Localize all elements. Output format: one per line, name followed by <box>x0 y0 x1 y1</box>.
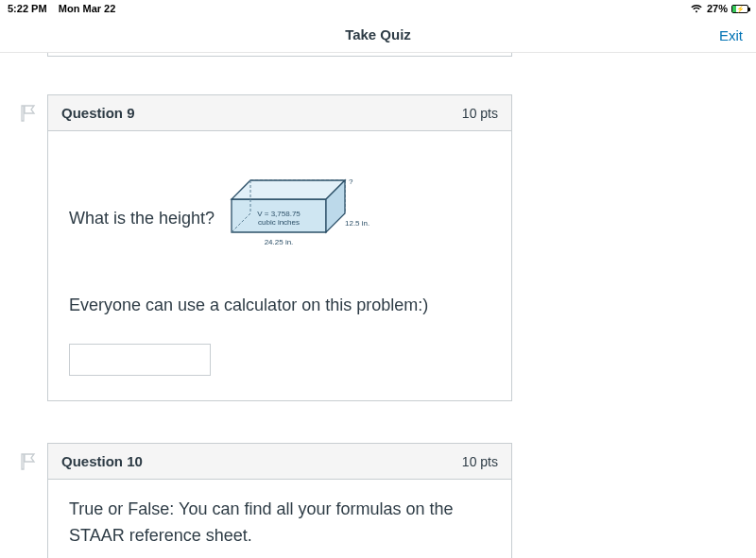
question-10-card: Question 10 10 pts True or False: You ca… <box>47 443 512 558</box>
question-10-header: Question 10 10 pts <box>48 444 511 480</box>
question-9-note: Everyone can use a calculator on this pr… <box>69 296 490 315</box>
prism-unknown-label: ? <box>349 178 353 186</box>
prism-volume-line2: cubic inches <box>258 218 300 227</box>
prism-length-label: 24.25 in. <box>265 238 294 246</box>
question-9-points: 10 pts <box>462 106 498 121</box>
battery-percent: 27% <box>707 3 728 14</box>
question-10-wrap: Question 10 10 pts True or False: You ca… <box>19 443 756 558</box>
prism-diagram: V = 3,758.75 cubic inches 24.25 in. 12.5… <box>222 171 373 265</box>
question-9-number: Question 9 <box>61 105 135 121</box>
question-9-header: Question 9 10 pts <box>48 95 511 131</box>
exit-link[interactable]: Exit <box>719 26 743 42</box>
quiz-page: Question 9 10 pts What is the height? <box>0 53 756 558</box>
page-title: Take Quiz <box>345 26 411 42</box>
question-10-body: True or False: You can find all your for… <box>48 480 511 558</box>
question-9-body: What is the height? <box>48 131 511 400</box>
question-9-answer-input[interactable] <box>69 344 211 376</box>
device-status-bar: 5:22 PM Mon Mar 22 27% ⚡ <box>0 0 756 17</box>
question-10-number: Question 10 <box>61 453 143 469</box>
wifi-icon <box>690 4 703 13</box>
status-time: 5:22 PM <box>8 3 47 14</box>
status-date: Mon Mar 22 <box>59 3 116 14</box>
question-10-points: 10 pts <box>462 454 498 469</box>
question-9-wrap: Question 9 10 pts What is the height? <box>19 94 756 401</box>
question-10-prompt: True or False: You can find all your for… <box>69 497 490 550</box>
svg-marker-2 <box>232 180 345 199</box>
question-9-card: Question 9 10 pts What is the height? <box>47 94 512 401</box>
prism-width-label: 12.5 in. <box>345 219 369 228</box>
previous-card-edge <box>47 53 512 57</box>
prism-volume-line1: V = 3,758.75 <box>257 210 301 218</box>
status-left: 5:22 PM Mon Mar 22 <box>8 3 115 14</box>
flag-icon[interactable] <box>19 452 38 471</box>
nav-bar: Take Quiz Exit <box>0 17 756 53</box>
status-right: 27% ⚡ <box>690 3 748 14</box>
battery-icon: ⚡ <box>731 5 748 13</box>
question-9-prompt: What is the height? <box>69 209 215 228</box>
flag-icon[interactable] <box>19 104 38 123</box>
